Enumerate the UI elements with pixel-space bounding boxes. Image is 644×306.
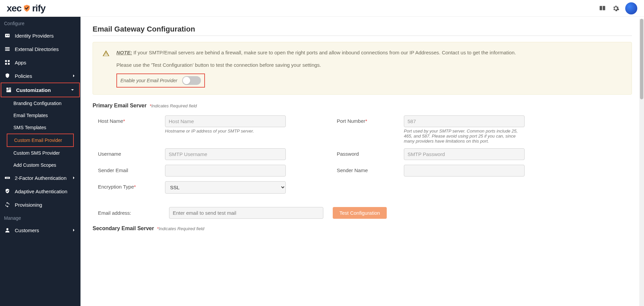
sidebar-item-label: Adaptive Authentication: [15, 189, 76, 194]
sender-email-input[interactable]: [165, 165, 286, 176]
list-icon: [4, 46, 11, 52]
main-content: Email Gateway Configuration NOTE: If you…: [80, 17, 644, 306]
sidebar-item-provisioning[interactable]: Provisioning: [0, 198, 80, 211]
logo-text-post: rify: [32, 3, 46, 14]
divider: [93, 36, 632, 36]
warning-icon: [102, 50, 110, 88]
sidebar-item-label: External Directories: [15, 46, 76, 52]
sidebar-item-label: Customization: [16, 87, 66, 93]
primary-form: Host Name* Hostname or IP address of you…: [93, 115, 576, 194]
sender-name-label: Sender Name: [337, 165, 404, 173]
shield-check-icon: [4, 188, 11, 195]
svg-rect-4: [5, 47, 10, 48]
svg-rect-14: [6, 90, 11, 92]
section-header-configure: Configure: [0, 17, 80, 29]
port-help: Port used by your SMTP server. Common po…: [404, 129, 525, 144]
sidebar-sub-branding[interactable]: Branding Configuration: [0, 97, 80, 109]
sidebar-sub-custom-email[interactable]: Custom Email Provider: [7, 134, 73, 146]
sidebar-sub-sms-templates[interactable]: SMS Templates: [0, 121, 80, 134]
sidebar-item-2fa[interactable]: 123 2-Factor Authentication: [0, 171, 80, 185]
chevron-down-icon: [70, 87, 75, 93]
sidebar-item-label: Customers: [15, 227, 67, 233]
sidebar-item-label: Provisioning: [15, 202, 76, 208]
sidebar-item-adaptive-auth[interactable]: Adaptive Authentication: [0, 185, 80, 198]
sidebar-sub-add-scopes[interactable]: Add Custom Scopes: [0, 159, 80, 171]
user-icon: [4, 227, 11, 234]
enable-provider-toggle[interactable]: [182, 76, 201, 85]
grid-icon: [4, 59, 11, 66]
svg-rect-3: [8, 36, 9, 36]
logo-shield-icon: [22, 4, 32, 13]
primary-server-heading: Primary Email Server *Indicates Required…: [93, 103, 632, 109]
svg-rect-6: [5, 50, 10, 51]
logo[interactable]: xec rify: [7, 3, 45, 14]
encryption-label: Encryption Type*: [98, 181, 165, 190]
sidebar-item-apps[interactable]: Apps: [0, 56, 80, 69]
sender-email-label: Sender Email: [98, 165, 165, 173]
sidebar-item-label: Apps: [15, 60, 76, 65]
svg-point-1: [6, 35, 7, 36]
section-header-manage: Manage: [0, 211, 80, 223]
host-input[interactable]: [165, 115, 286, 127]
topbar: xec rify: [0, 0, 644, 17]
page-title: Email Gateway Configuration: [93, 25, 632, 34]
secondary-server-heading: Secondary Email Server *Indicates Requir…: [93, 225, 632, 232]
sidebar-item-label: Identity Providers: [15, 33, 76, 39]
logo-text-pre: xec: [7, 3, 21, 14]
sync-icon: [4, 201, 11, 208]
chevron-right-icon: [71, 73, 76, 79]
sender-name-input[interactable]: [404, 165, 525, 176]
svg-rect-11: [6, 88, 8, 90]
sidebar-sub-email-templates[interactable]: Email Templates: [0, 109, 80, 121]
note-text-1: If your SMTP/Email servers are behind a …: [132, 50, 516, 55]
sidebar-item-external-directories[interactable]: External Directories: [0, 42, 80, 56]
svg-point-17: [6, 228, 8, 230]
sidebar-item-identity-providers[interactable]: Identity Providers: [0, 29, 80, 42]
svg-rect-2: [8, 35, 9, 35]
svg-rect-8: [8, 60, 10, 62]
svg-rect-5: [5, 49, 10, 49]
note-text-2: Please use the 'Test Configuration' butt…: [116, 61, 622, 69]
test-configuration-button[interactable]: Test Configuration: [333, 207, 387, 219]
avatar[interactable]: [625, 2, 637, 14]
encryption-select[interactable]: SSL: [165, 181, 286, 194]
sidebar-item-policies[interactable]: Policies: [0, 69, 80, 83]
sidebar-item-label: Policies: [15, 73, 67, 79]
note-panel: NOTE: If your SMTP/Email servers are beh…: [93, 42, 632, 95]
customize-icon: [5, 87, 12, 93]
numbers-icon: 123: [4, 174, 11, 181]
enable-toggle-row: Enable your Email Provider: [116, 73, 205, 88]
test-email-label: Email address:: [98, 210, 160, 216]
shield-icon: [4, 72, 11, 79]
port-input[interactable]: [404, 115, 525, 127]
user-label: Username: [98, 148, 165, 157]
test-row: Email address: Test Configuration: [93, 207, 632, 219]
scrollbar-thumb[interactable]: [640, 19, 643, 99]
pass-label: Password: [337, 148, 404, 157]
chevron-right-icon: [71, 175, 76, 181]
sidebar-sub-custom-sms[interactable]: Custom SMS Provider: [0, 147, 80, 159]
gear-icon[interactable]: [612, 4, 620, 12]
host-help: Hostname or IP address of your SMTP serv…: [165, 129, 286, 134]
svg-rect-13: [9, 89, 11, 90]
scrollbar-track[interactable]: [639, 19, 644, 306]
sidebar-item-customization[interactable]: Customization: [1, 83, 79, 97]
port-label: Port Number*: [337, 115, 404, 124]
topbar-right: [598, 2, 637, 14]
svg-rect-10: [8, 63, 10, 65]
id-badge-icon: [4, 32, 11, 39]
sidebar-item-customers[interactable]: Customers: [0, 223, 80, 237]
svg-rect-12: [9, 88, 11, 89]
pass-input[interactable]: [404, 148, 525, 160]
svg-rect-7: [5, 60, 7, 62]
test-email-input[interactable]: [169, 207, 323, 219]
svg-rect-9: [5, 63, 7, 65]
toggle-label: Enable your Email Provider: [120, 77, 177, 84]
sidebar: Configure Identity Providers External Di…: [0, 17, 80, 306]
note-label: NOTE:: [116, 50, 132, 55]
svg-text:123: 123: [6, 177, 9, 179]
user-input[interactable]: [165, 148, 286, 160]
sidebar-item-label: 2-Factor Authentication: [15, 175, 67, 181]
book-icon[interactable]: [598, 4, 606, 12]
host-label: Host Name*: [98, 115, 165, 124]
